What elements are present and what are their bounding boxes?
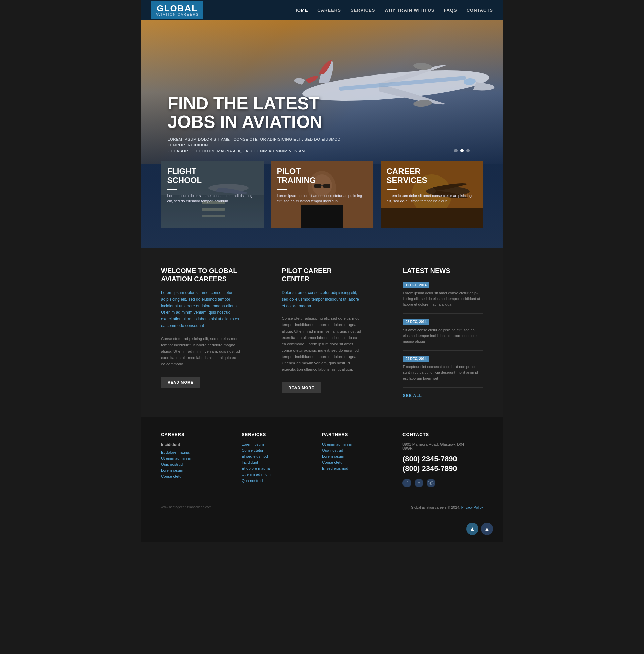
news-text-3: Excepteur sint occaecat cupidatat non pr… bbox=[403, 364, 483, 381]
footer-link-service-3[interactable]: El sed eiusmod bbox=[242, 454, 312, 458]
hero-dot-3[interactable] bbox=[466, 149, 469, 152]
card-pilot-training[interactable]: PILOTTRAINING Lorem ipsum dolor sit amet… bbox=[271, 161, 373, 228]
card-title-career: CAREERSERVICES bbox=[387, 167, 477, 185]
footer-copyright: Global aviation careers © 2014. Privacy … bbox=[411, 505, 483, 510]
see-all-link[interactable]: SEE ALL bbox=[403, 393, 422, 398]
about-section: WELCOME TO GLOBALAVIATION CAREERS Lorem … bbox=[141, 248, 503, 417]
footer-link-partner-1[interactable]: Ut enim ad minim bbox=[322, 442, 392, 446]
footer-link-career-1[interactable]: Et dolore magna bbox=[161, 450, 231, 454]
card-title-flight: FLIGHTSCHOOL bbox=[167, 167, 258, 185]
scroll-up-button[interactable]: ▲ bbox=[466, 523, 478, 535]
hero-title: FIND THE LATEST JOBS IN AVIATION bbox=[168, 94, 349, 131]
footer-partners-title: PARTNERS bbox=[322, 432, 392, 437]
footer: CAREERS Incididunt Et dolore magna Ut en… bbox=[141, 417, 503, 519]
footer-link-partner-3[interactable]: Lorem ipsum bbox=[322, 454, 392, 458]
card-flight-school[interactable]: FLIGHTSCHOOL Lorem ipsum dolor sit amet … bbox=[161, 161, 263, 228]
footer-contacts-title: CONTACTS bbox=[402, 432, 473, 437]
col-divider-2 bbox=[389, 267, 389, 398]
hero-description: LOREM IPSUM DOLOR SIT AMET CONSE CTETUR … bbox=[168, 137, 349, 154]
social-icons: f ✦ )))) bbox=[402, 478, 473, 487]
footer-link-service-6[interactable]: Ut enim ad mium bbox=[242, 472, 312, 476]
twitter-icon[interactable]: ✦ bbox=[415, 478, 423, 487]
footer-careers: CAREERS Incididunt Et dolore magna Ut en… bbox=[161, 432, 242, 487]
hero-dot-1[interactable] bbox=[454, 149, 458, 152]
news-title: LATEST NEWS bbox=[403, 267, 483, 275]
news-date-2: 08 DEC, 2014 bbox=[403, 319, 429, 325]
footer-link-partner-5[interactable]: El sed eiusmod bbox=[322, 467, 392, 470]
hero-content: FIND THE LATEST JOBS IN AVIATION LOREM I… bbox=[168, 94, 349, 154]
nav-why-train[interactable]: WHY TRAIN WITH US bbox=[384, 8, 434, 13]
footer-link-career-3[interactable]: Quis nostrud bbox=[161, 463, 231, 467]
news-divider-1 bbox=[403, 313, 483, 314]
col-divider-1 bbox=[268, 267, 268, 398]
hero-dots bbox=[454, 149, 469, 152]
news-text-2: Sit amet conse ctetur adipisicing elit, … bbox=[403, 327, 483, 344]
footer-website: www.heritagechristiancollege.com bbox=[161, 505, 212, 509]
footer-contacts: CONTACTS 8901 Marmora Road, Glasgow, D04… bbox=[402, 432, 483, 487]
footer-bottom: www.heritagechristiancollege.com Global … bbox=[161, 499, 483, 510]
footer-services-title: SERVICES bbox=[242, 432, 312, 437]
footer-careers-title: CAREERS bbox=[161, 432, 231, 437]
footer-address: 8901 Marmora Road, Glasgow, D04 89GR bbox=[402, 442, 473, 450]
footer-link-career-4[interactable]: Lorem ipsum bbox=[161, 469, 231, 472]
card-divider-career bbox=[387, 189, 397, 189]
logo-sub: AVIATION CAREERS bbox=[156, 13, 199, 17]
header: GLOBAL AVIATION CAREERS HOME CAREERS SER… bbox=[141, 0, 503, 20]
logo-main: GLOBAL bbox=[157, 4, 198, 13]
welcome-body: Conse ctetur adipisicing elit, sed do ei… bbox=[161, 336, 241, 367]
card-text-flight: Lorem ipsum dolor sit amet conse ctetur … bbox=[167, 193, 258, 204]
news-item-3: 04 DEC, 2014 Excepteur sint occaecat cup… bbox=[403, 355, 483, 381]
footer-columns: CAREERS Incididunt Et dolore magna Ut en… bbox=[161, 432, 483, 487]
logo-box: GLOBAL AVIATION CAREERS bbox=[151, 1, 203, 20]
card-text-pilot: Lorem ipsum dolor sit amet conse ctetur … bbox=[277, 193, 367, 204]
card-content-career: CAREERSERVICES Lorem ipsum dolor sit ame… bbox=[381, 161, 483, 228]
scroll-up-button-2[interactable]: ▲ bbox=[481, 523, 493, 535]
news-item-2: 08 DEC, 2014 Sit amet conse ctetur adipi… bbox=[403, 318, 483, 344]
news-item-1: 12 DEC, 2014 Lorem ipsum dolor sit amet … bbox=[403, 281, 483, 307]
card-title-pilot: PILOTTRAINING bbox=[277, 167, 367, 185]
news-date-1: 12 DEC, 2014 bbox=[403, 282, 429, 288]
footer-phone-1: (800) 2345-7890 (800) 2345-7890 bbox=[402, 454, 473, 473]
footer-link-service-5[interactable]: Et dolore magna bbox=[242, 467, 312, 470]
card-divider-pilot bbox=[277, 189, 287, 189]
news-date-3: 04 DEC, 2014 bbox=[403, 356, 429, 362]
privacy-policy-link[interactable]: Privacy Policy bbox=[461, 505, 483, 510]
welcome-intro: Lorem ipsum dolor sit amet conse ctetur … bbox=[161, 290, 241, 330]
welcome-read-more[interactable]: READ MORE bbox=[161, 377, 200, 388]
news-divider-3 bbox=[403, 387, 483, 388]
hero-section: FIND THE LATEST JOBS IN AVIATION LOREM I… bbox=[141, 20, 503, 248]
main-nav: HOME CAREERS SERVICES WHY TRAIN WITH US … bbox=[294, 8, 493, 13]
welcome-title: WELCOME TO GLOBALAVIATION CAREERS bbox=[161, 267, 241, 283]
footer-link-service-7[interactable]: Qua nostrud bbox=[242, 478, 312, 482]
footer-link-partner-2[interactable]: Qua nostrud bbox=[322, 448, 392, 452]
nav-faqs[interactable]: FAQS bbox=[444, 8, 457, 13]
footer-link-career-5[interactable]: Conse ctetur bbox=[161, 474, 231, 478]
pilot-center-col: PILOT CAREERCENTER Dolor sit amet conse … bbox=[282, 267, 375, 398]
footer-link-service-4[interactable]: Incididunt bbox=[242, 460, 312, 465]
footer-link-partner-4[interactable]: Conse ctetur bbox=[322, 460, 392, 465]
footer-link-service-1[interactable]: Lorem ipsum bbox=[242, 442, 312, 446]
scroll-buttons-row: ▲ ▲ bbox=[141, 519, 503, 542]
card-career-services[interactable]: CAREERSERVICES Lorem ipsum dolor sit ame… bbox=[381, 161, 483, 228]
news-divider-2 bbox=[403, 350, 483, 351]
pilot-center-read-more[interactable]: READ MORE bbox=[282, 382, 321, 393]
rss-icon[interactable]: )))) bbox=[427, 478, 435, 487]
footer-wrapper: CAREERS Incididunt Et dolore magna Ut en… bbox=[141, 417, 503, 541]
pilot-center-title: PILOT CAREERCENTER bbox=[282, 267, 362, 283]
nav-home[interactable]: HOME bbox=[294, 8, 308, 13]
pilot-center-body: Conse ctetur adipisicing elit, sed do ei… bbox=[282, 315, 362, 373]
card-content-flight: FLIGHTSCHOOL Lorem ipsum dolor sit amet … bbox=[161, 161, 263, 228]
nav-services[interactable]: SERVICES bbox=[350, 8, 375, 13]
logo[interactable]: GLOBAL AVIATION CAREERS bbox=[151, 1, 203, 20]
news-col: LATEST NEWS 12 DEC, 2014 Lorem ipsum dol… bbox=[403, 267, 483, 398]
footer-services: SERVICES Lorem ipsum Conse ctetur El sed… bbox=[242, 432, 322, 487]
nav-contacts[interactable]: CONTACTS bbox=[466, 8, 493, 13]
facebook-icon[interactable]: f bbox=[402, 478, 411, 487]
pilot-center-intro: Dolor sit amet conse ctetur adipisicing … bbox=[282, 290, 362, 309]
nav-careers[interactable]: CAREERS bbox=[317, 8, 341, 13]
card-content-pilot: PILOTTRAINING Lorem ipsum dolor sit amet… bbox=[271, 161, 373, 228]
footer-link-service-2[interactable]: Conse ctetur bbox=[242, 448, 312, 452]
hero-dot-2[interactable] bbox=[460, 149, 463, 152]
footer-link-career-2[interactable]: Ut enim ad minim bbox=[161, 456, 231, 460]
service-cards: FLIGHTSCHOOL Lorem ipsum dolor sit amet … bbox=[141, 161, 503, 248]
